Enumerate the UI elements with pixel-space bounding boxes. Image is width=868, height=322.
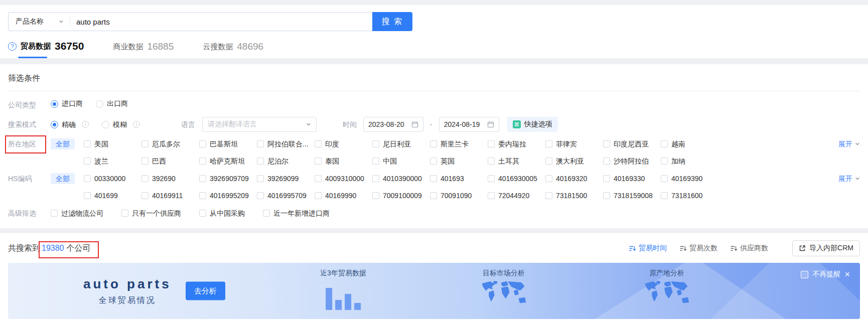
region-option[interactable]: 哈萨克斯坦	[199, 155, 257, 167]
region-option[interactable]: 厄瓜多尔	[141, 138, 199, 149]
hs-code-option[interactable]: 73181600	[661, 190, 718, 201]
region-option[interactable]: 巴西	[141, 155, 199, 167]
hs-all-chip[interactable]: 全部	[51, 173, 75, 184]
bar-chart-icon	[322, 281, 365, 310]
close-icon[interactable]: ×	[844, 271, 850, 278]
region-option[interactable]: 越南	[661, 138, 718, 149]
dismiss-checkbox[interactable]	[801, 271, 808, 278]
start-date-picker[interactable]: 2023-08-20	[363, 117, 423, 132]
region-option[interactable]: 尼日利亚	[372, 138, 430, 149]
help-question-icon[interactable]: ?	[8, 42, 17, 51]
analyze-button[interactable]: 去分析	[186, 282, 225, 300]
hs-code-option[interactable]: 40169330	[603, 173, 661, 184]
checkbox-icon	[661, 192, 668, 199]
tab-business-data[interactable]: 商业数据 16885	[113, 41, 174, 58]
hs-code-option[interactable]: 70091090	[430, 190, 488, 201]
banner-left: auto parts 全球贸易情况 去分析	[83, 276, 225, 306]
checkbox-icon	[141, 157, 149, 165]
language-placeholder: 请选择翻译语言	[208, 120, 257, 129]
radio-exporter[interactable]: 出口商	[96, 99, 128, 108]
region-option[interactable]: 沙特阿拉伯	[603, 155, 661, 167]
region-option[interactable]: 澳大利亚	[545, 155, 603, 167]
sort-supplier-count[interactable]: 供应商数	[731, 244, 768, 253]
hs-code-option[interactable]: 7318159008	[603, 190, 661, 201]
advanced-option[interactable]: 过滤物流公司	[51, 208, 103, 219]
sort-trade-count[interactable]: 贸易次数	[680, 244, 717, 253]
region-option[interactable]: 土耳其	[488, 155, 545, 167]
advanced-option[interactable]: 近一年新增进口商	[263, 208, 330, 219]
quick-options-button[interactable]: ⌘ 快捷选项	[507, 117, 558, 132]
region-all-chip[interactable]: 全部	[51, 138, 75, 149]
radio-dot	[102, 121, 109, 128]
checkbox-icon	[488, 140, 495, 147]
search-mode-row: 搜索模式 精确i 模糊i 语言 请选择翻译语言 时间 2023-08-20 - …	[8, 117, 860, 132]
tab-cloud-search-data[interactable]: 云搜数据 48696	[203, 41, 263, 58]
region-option[interactable]: 中国	[372, 155, 430, 167]
tab-trade-data[interactable]: ? 贸易数据 36750	[8, 40, 84, 58]
hs-code-option[interactable]: 3926909709	[199, 173, 257, 184]
checkbox-icon	[603, 192, 610, 199]
hs-code-expand-link[interactable]: 展开	[838, 173, 860, 184]
checkbox-icon	[84, 140, 91, 147]
hs-code-option[interactable]: 73181500	[545, 190, 603, 201]
region-option[interactable]: 美国	[84, 138, 141, 149]
sort-icon	[680, 245, 687, 252]
hs-code-option[interactable]: 4016995709	[257, 190, 315, 201]
region-expand-link[interactable]: 展开	[838, 138, 860, 149]
hs-code-option[interactable]: 4016930005	[488, 173, 545, 184]
radio-importer[interactable]: 进口商	[51, 99, 83, 108]
hs-code-option[interactable]: 401699	[84, 190, 141, 201]
region-option[interactable]: 巴基斯坦	[199, 138, 257, 149]
checkbox-icon	[603, 157, 610, 165]
info-icon[interactable]: i	[82, 121, 89, 128]
analysis-banner[interactable]: auto parts 全球贸易情况 去分析 近3年贸易数据 目标市场分析 原产地…	[8, 263, 860, 319]
region-option[interactable]: 尼泊尔	[257, 155, 315, 167]
hs-code-option[interactable]: 40169320	[545, 173, 603, 184]
hs-code-option[interactable]: 72044920	[488, 190, 545, 201]
banner-col-trade: 近3年贸易数据	[320, 269, 366, 311]
advanced-option[interactable]: 从中国采购	[199, 208, 245, 219]
region-option[interactable]: 加纳	[661, 155, 718, 167]
info-icon[interactable]: i	[133, 121, 140, 128]
hs-code-option[interactable]: 392690	[141, 173, 199, 184]
radio-exact[interactable]: 精确i	[51, 117, 89, 132]
hs-code-option[interactable]: 4016995209	[199, 190, 257, 201]
search-input[interactable]	[70, 18, 372, 26]
sort-trade-time[interactable]: 贸易时间	[629, 244, 667, 253]
region-option[interactable]: 菲律宾	[545, 138, 603, 149]
region-option[interactable]: 阿拉伯联合...	[257, 138, 315, 149]
advanced-option[interactable]: 只有一个供应商	[121, 208, 181, 219]
search-bar: 产品名称 搜 索	[8, 12, 412, 31]
import-crm-button[interactable]: 导入内部CRM	[792, 240, 860, 256]
hs-code-option[interactable]: 4009310000	[315, 173, 372, 184]
search-category-dropdown[interactable]: 产品名称	[9, 17, 70, 26]
checkbox-icon	[263, 210, 270, 217]
checkbox-icon	[141, 192, 149, 199]
hs-code-option[interactable]: 40169990	[315, 190, 372, 201]
hs-code-option[interactable]: 39269099	[257, 173, 315, 184]
search-button[interactable]: 搜 索	[372, 12, 412, 31]
end-date-picker[interactable]: 2024-08-19	[439, 117, 499, 132]
checkbox-icon	[199, 210, 206, 217]
region-option[interactable]: 泰国	[315, 155, 372, 167]
region-option[interactable]: 印度尼西亚	[603, 138, 661, 149]
hs-code-option[interactable]: 40169911	[141, 190, 199, 201]
region-option[interactable]: 斯里兰卡	[430, 138, 488, 149]
region-option[interactable]: 委内瑞拉	[488, 138, 545, 149]
hs-code-label: HS编码	[8, 173, 51, 184]
filter-panel: 筛选条件 公司类型 进口商 出口商 搜索模式 精确i 模糊i 语言 请选择翻译语…	[0, 64, 868, 228]
radio-dot	[51, 100, 58, 108]
region-option[interactable]: 波兰	[84, 155, 141, 167]
company-type-label: 公司类型	[8, 99, 51, 110]
region-option[interactable]: 英国	[430, 155, 488, 167]
hs-code-option[interactable]: 401693	[430, 173, 488, 184]
hs-code-option[interactable]: 00330000	[84, 173, 141, 184]
region-option[interactable]: 印度	[315, 138, 372, 149]
radio-fuzzy[interactable]: 模糊i	[102, 117, 140, 132]
hs-code-option[interactable]: 40169390	[661, 173, 718, 184]
sort-icon	[731, 245, 738, 252]
checkbox-icon	[430, 175, 437, 182]
hs-code-option[interactable]: 7009100009	[372, 190, 430, 201]
language-select[interactable]: 请选择翻译语言	[202, 117, 317, 132]
hs-code-option[interactable]: 4010390000	[372, 173, 430, 184]
